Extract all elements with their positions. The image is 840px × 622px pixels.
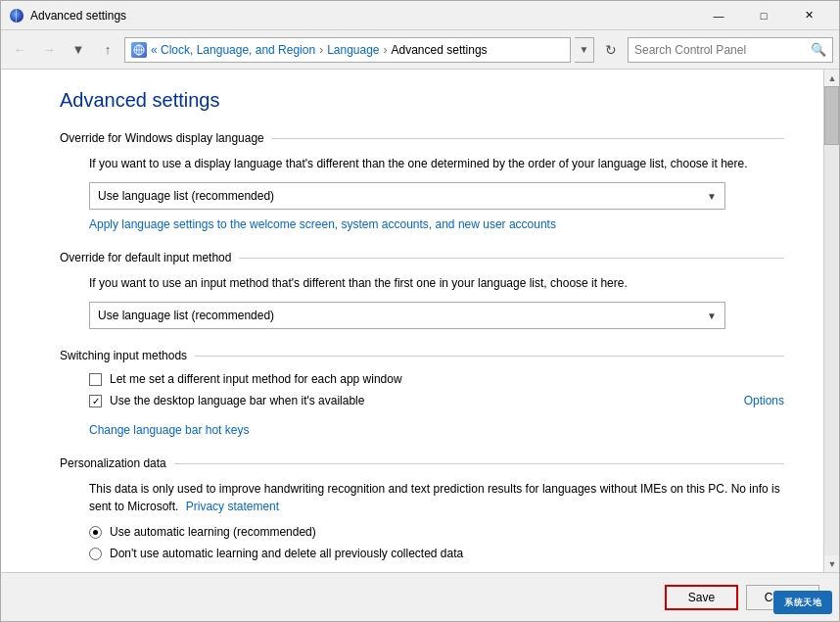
section-switching: Switching input methods Let me set a dif… [60, 349, 784, 437]
search-icon[interactable]: 🔍 [811, 42, 826, 57]
section-title-display: Override for Windows display language [60, 131, 264, 145]
section-desc-personalization: This data is only used to improve handwr… [89, 480, 784, 515]
checkbox-row-per-app: Let me set a different input method for … [89, 372, 784, 386]
display-language-value: Use language list (recommended) [98, 189, 707, 203]
section-desc-input: If you want to use an input method that'… [89, 274, 784, 292]
apply-language-link[interactable]: Apply language settings to the welcome s… [89, 217, 556, 231]
scroll-track [824, 86, 839, 555]
main-content: Advanced settings Override for Windows d… [1, 70, 823, 572]
dropdown-arrow-input: ▼ [707, 311, 717, 321]
section-display-language: Override for Windows display language If… [60, 131, 784, 231]
section-header-display: Override for Windows display language [60, 131, 784, 145]
page-title: Advanced settings [60, 89, 784, 112]
section-title-input: Override for default input method [60, 251, 231, 264]
options-link[interactable]: Options [744, 394, 784, 407]
path-segment-3: Advanced settings [392, 43, 488, 57]
back-button[interactable]: ← [7, 37, 32, 63]
address-bar: ← → ▼ ↑ « Clock, Language, and Region › … [1, 30, 839, 70]
bottom-bar: Save Cancel 系统天地 [1, 572, 839, 621]
section-divider-personalization [174, 463, 784, 464]
minimize-button[interactable]: — [696, 1, 741, 30]
maximize-button[interactable]: □ [741, 1, 786, 30]
scroll-down-button[interactable]: ▼ [824, 555, 839, 572]
forward-button[interactable]: → [36, 37, 62, 63]
section-divider-switching [195, 356, 784, 357]
close-button[interactable]: ✕ [786, 1, 831, 30]
title-bar: Advanced settings — □ ✕ [1, 1, 839, 30]
path-icon [131, 42, 147, 58]
window: Advanced settings — □ ✕ ← → ▼ ↑ « Clock,… [0, 0, 840, 622]
privacy-link[interactable]: Privacy statement [186, 500, 279, 513]
desktop-bar-label: Use the desktop language bar when it's a… [110, 394, 364, 407]
search-input[interactable] [634, 43, 811, 57]
path-sep-2: › [384, 43, 388, 57]
address-path: « Clock, Language, and Region › Language… [124, 37, 571, 63]
section-title-personalization: Personalization data [60, 456, 166, 470]
window-controls: — □ ✕ [696, 1, 831, 30]
recent-pages-button[interactable]: ▼ [66, 37, 91, 63]
per-app-label: Let me set a different input method for … [110, 372, 402, 386]
scroll-thumb[interactable] [824, 86, 839, 145]
input-method-value: Use language list (recommended) [98, 309, 707, 322]
section-divider-input [239, 258, 784, 259]
section-title-switching: Switching input methods [60, 349, 187, 362]
save-button[interactable]: Save [665, 585, 738, 610]
path-segment-2[interactable]: Language [327, 43, 379, 57]
checkbox-row-desktop-bar: ✓ Use the desktop language bar when it's… [89, 394, 784, 407]
section-header-personalization: Personalization data [60, 456, 784, 470]
section-header-switching: Switching input methods [60, 349, 784, 362]
up-button[interactable]: ↑ [95, 37, 120, 63]
path-segment-1[interactable]: « Clock, Language, and Region [151, 43, 315, 57]
radio-row-no-learn: Don't use automatic learning and delete … [89, 547, 784, 560]
refresh-button[interactable]: ↻ [598, 37, 624, 63]
scrollbar[interactable]: ▲ ▼ [823, 70, 839, 572]
search-box: 🔍 [628, 37, 833, 63]
dropdown-arrow-display: ▼ [707, 191, 717, 202]
window-icon [9, 8, 24, 24]
path-sep-1: › [319, 43, 323, 57]
auto-learn-radio[interactable] [89, 526, 102, 539]
window-title: Advanced settings [30, 9, 696, 23]
no-learn-label: Don't use automatic learning and delete … [110, 547, 463, 560]
section-header-input: Override for default input method [60, 251, 784, 264]
section-desc-display: If you want to use a display language th… [89, 155, 784, 172]
address-dropdown-button[interactable]: ▼ [575, 37, 594, 63]
desktop-bar-checkbox[interactable]: ✓ [89, 395, 102, 407]
input-method-dropdown[interactable]: Use language list (recommended) ▼ [89, 302, 725, 329]
watermark-badge: 系统天地 [773, 591, 832, 614]
content-area: Advanced settings Override for Windows d… [1, 70, 839, 572]
no-learn-radio[interactable] [89, 548, 102, 560]
hot-keys-link[interactable]: Change language bar hot keys [89, 423, 249, 437]
section-personalization: Personalization data This data is only u… [60, 456, 784, 560]
radio-row-auto-learn: Use automatic learning (recommended) [89, 525, 784, 539]
auto-learn-label: Use automatic learning (recommended) [110, 525, 316, 539]
scroll-up-button[interactable]: ▲ [824, 70, 839, 86]
section-divider-display [272, 138, 784, 139]
section-input-method: Override for default input method If you… [60, 251, 784, 329]
per-app-checkbox[interactable] [89, 373, 102, 386]
display-language-dropdown[interactable]: Use language list (recommended) ▼ [89, 182, 725, 210]
